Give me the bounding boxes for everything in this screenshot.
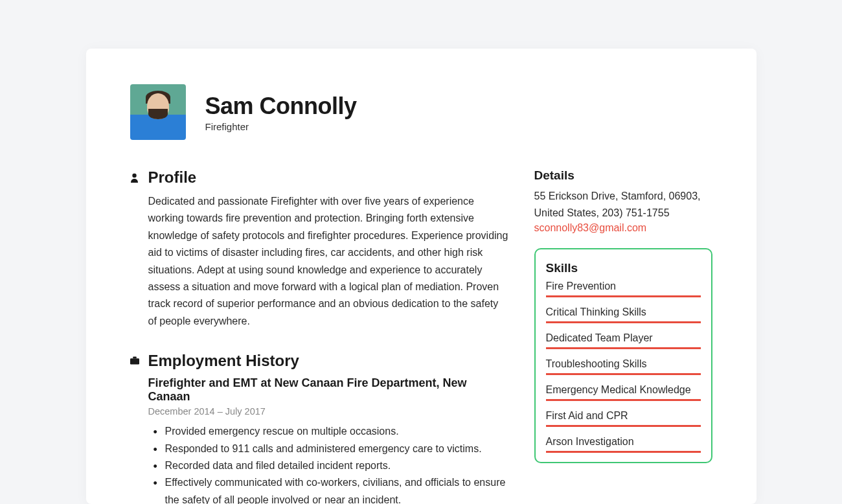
skills-section: Skills Fire Prevention Critical Thinking…: [534, 248, 712, 463]
profile-section: Profile Dedicated and passionate Firefig…: [130, 168, 508, 330]
job-bullet: Responded to 911 calls and administered …: [148, 441, 508, 457]
skill-name: Troubleshooting Skills: [546, 358, 701, 370]
employment-heading: Employment History: [148, 352, 299, 370]
main-column: Profile Dedicated and passionate Firefig…: [130, 168, 508, 504]
skill-name: Fire Prevention: [546, 281, 701, 292]
details-section: Details 55 Erickson Drive, Stamford, 069…: [534, 168, 712, 234]
skill-item: First Aid and CPR: [546, 410, 701, 427]
details-heading: Details: [534, 168, 712, 183]
svg-rect-1: [133, 357, 137, 359]
skill-item: Dedicated Team Player: [546, 332, 701, 349]
skill-bar: [546, 373, 701, 375]
job-bullets: Provided emergency rescue on multiple oc…: [148, 423, 508, 504]
person-name: Sam Connolly: [205, 93, 357, 120]
skill-name: Emergency Medical Knowledge: [546, 384, 701, 396]
section-header: Employment History: [130, 352, 508, 370]
skill-item: Fire Prevention: [546, 281, 701, 297]
skill-name: First Aid and CPR: [546, 410, 701, 422]
job-bullet: Effectively communicated with co-workers…: [148, 474, 508, 504]
section-header: Profile: [130, 168, 508, 187]
profile-heading: Profile: [148, 168, 197, 187]
skill-name: Dedicated Team Player: [546, 332, 701, 344]
job-bullet: Recorded data and filed detailed inciden…: [148, 457, 508, 474]
job-title: Firefighter and EMT at New Canaan Fire D…: [148, 376, 508, 404]
job-bullet: Provided emergency rescue on multiple oc…: [148, 423, 508, 440]
skill-item: Troubleshooting Skills: [546, 358, 701, 375]
skill-name: Critical Thinking Skills: [546, 306, 701, 318]
svg-rect-2: [130, 358, 139, 364]
person-icon: [130, 172, 139, 183]
job-end-date: July 2017: [225, 406, 266, 417]
details-address: 55 Erickson Drive, Stamford, 06903, Unit…: [534, 188, 712, 222]
skill-item: Emergency Medical Knowledge: [546, 384, 701, 401]
skill-name: Arson Investigation: [546, 436, 701, 448]
employment-section: Employment History Firefighter and EMT a…: [130, 352, 508, 504]
skill-bar: [546, 321, 701, 323]
skill-item: Arson Investigation: [546, 436, 701, 453]
skill-item: Critical Thinking Skills: [546, 306, 701, 323]
briefcase-icon: [130, 356, 139, 366]
person-title: Firefighter: [205, 121, 357, 132]
resume-header: Sam Connolly Firefighter: [130, 84, 712, 140]
svg-point-0: [132, 173, 136, 177]
skill-bar: [546, 295, 701, 297]
profile-text: Dedicated and passionate Firefighter wit…: [148, 193, 508, 330]
skill-bar: [546, 399, 701, 401]
sidebar-column: Details 55 Erickson Drive, Stamford, 069…: [534, 168, 712, 504]
job-start-date: December 2014: [148, 406, 215, 417]
skill-bar: [546, 347, 701, 349]
skill-bar: [546, 451, 701, 453]
job-entry: Firefighter and EMT at New Canaan Fire D…: [148, 376, 508, 504]
skill-bar: [546, 425, 701, 427]
avatar: [130, 84, 186, 140]
date-separator: –: [215, 406, 225, 417]
name-block: Sam Connolly Firefighter: [205, 93, 357, 132]
job-dates: December 2014 – July 2017: [148, 406, 508, 417]
resume-document: Sam Connolly Firefighter Profile Dedicat…: [86, 49, 757, 504]
resume-content: Profile Dedicated and passionate Firefig…: [130, 168, 712, 504]
skills-heading: Skills: [546, 261, 701, 275]
email-link[interactable]: sconnolly83@gmail.com: [534, 222, 647, 233]
